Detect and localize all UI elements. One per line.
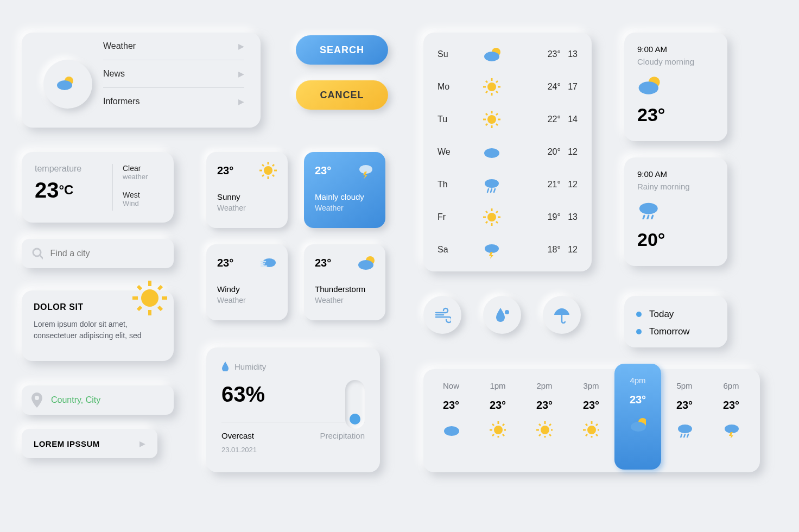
weekly-forecast: Su23° 13Mo24° 17Tu22° 14We20° 12Th21° 12… <box>423 33 592 271</box>
storm-icon <box>723 421 739 438</box>
sun-icon <box>259 162 277 179</box>
hourly-col[interactable]: 6pm23° <box>708 369 754 472</box>
now-card[interactable]: 9:00 AMCloudy morning23° <box>624 33 727 141</box>
hourly-col[interactable]: Now23° <box>428 369 474 472</box>
forecast-row[interactable]: Fr19° 13 <box>423 201 592 233</box>
sun-icon <box>132 281 167 315</box>
forecast-row[interactable]: Mo24° 17 <box>423 71 592 103</box>
menu-item-weather[interactable]: Weather▶ <box>103 33 244 60</box>
wind-icon <box>434 306 451 324</box>
weather-circle-icon <box>43 60 92 109</box>
menu-item-news[interactable]: News▶ <box>103 60 244 88</box>
umbrella-icon <box>553 306 570 324</box>
weather-mini-card[interactable]: 23°Mainly cloudyWeather <box>304 152 385 228</box>
rain-icon <box>676 421 693 438</box>
hourly-col[interactable]: 3pm23° <box>568 369 614 472</box>
cloud-icon <box>483 143 500 161</box>
pin-icon <box>31 392 42 408</box>
search-input[interactable] <box>22 239 174 268</box>
chevron-right-icon: ▶ <box>139 439 145 448</box>
sun-icon <box>583 421 599 438</box>
sun-icon <box>483 111 500 128</box>
temperature-label: temperature <box>35 164 103 174</box>
wind-button[interactable] <box>423 296 461 334</box>
weather-mini-card[interactable]: 23°WindyWeather <box>206 244 288 320</box>
drop-icon <box>221 362 229 371</box>
rain-icon <box>637 199 661 219</box>
lorem-button[interactable]: LOREM IPSSUM ▶ <box>22 429 157 458</box>
chevron-right-icon: ▶ <box>238 69 244 78</box>
dolor-card: DOLOR SIT Lorem ipsum dolor sit amet, co… <box>22 290 174 361</box>
hourly-forecast: Now23°1pm23°2pm23°3pm23°4pm23°5pm23°6pm2… <box>423 369 760 472</box>
menu-item-informers[interactable]: Informers▶ <box>103 88 244 115</box>
temperature-value: 23 <box>35 178 59 202</box>
location-chip[interactable]: Country, City <box>22 385 174 415</box>
day-tabs: TodayTomorrow <box>624 296 727 347</box>
hourly-col[interactable]: 5pm23° <box>661 369 708 472</box>
partly-cloudy-icon <box>56 74 80 94</box>
city-search-field[interactable] <box>50 249 164 258</box>
now-card[interactable]: 9:00 AMRainy morning20° <box>624 157 727 266</box>
dolor-text: Lorem ipsum dolor sit amet, consectetuer… <box>34 319 162 341</box>
weather-mini-card[interactable]: 23°SunnyWeather <box>206 152 288 228</box>
search-icon <box>31 247 43 260</box>
storm-icon <box>483 241 500 258</box>
wind-cloud-icon <box>259 254 277 271</box>
sun-icon <box>483 208 500 226</box>
humidity-value: 63% <box>221 382 365 407</box>
humidity-button[interactable] <box>483 296 521 334</box>
forecast-row[interactable]: Su23° 13 <box>423 38 592 71</box>
chevron-right-icon: ▶ <box>238 42 244 50</box>
umbrella-button[interactable] <box>543 296 581 334</box>
sun-icon <box>536 421 553 438</box>
cancel-button[interactable]: CANCEL <box>296 80 388 110</box>
partly-icon <box>357 254 375 271</box>
hourly-col[interactable]: 2pm23° <box>521 369 568 472</box>
sun-icon <box>483 78 500 96</box>
weather-mini-card[interactable]: 23°ThunderstormWeather <box>304 244 385 320</box>
humidity-slider[interactable] <box>345 380 365 429</box>
cloud-light-icon <box>357 162 375 179</box>
humidity-card: Humidity 63% Overcast Precipitation 23.0… <box>206 347 380 472</box>
chevron-right-icon: ▶ <box>238 97 244 106</box>
location-text: Country, City <box>51 395 100 405</box>
forecast-row[interactable]: Tu22° 14 <box>423 103 592 136</box>
tab-tomorrow[interactable]: Tomorrow <box>636 323 715 340</box>
forecast-row[interactable]: We20° 12 <box>423 136 592 168</box>
partly-icon <box>637 74 661 94</box>
hourly-col[interactable]: 1pm23° <box>474 369 521 472</box>
search-button[interactable]: SEARCH <box>296 35 388 65</box>
drops-icon <box>494 307 510 323</box>
partly-icon <box>630 416 646 432</box>
forecast-row[interactable]: Sa18° 12 <box>423 233 592 266</box>
menu-card: Weather▶News▶Informers▶ <box>22 33 261 128</box>
forecast-row[interactable]: Th21° 12 <box>423 168 592 201</box>
tab-today[interactable]: Today <box>636 306 715 323</box>
cloud-icon <box>443 421 459 438</box>
sun-icon <box>490 421 506 438</box>
temperature-card: temperature 23°C Clear weather West Wind <box>22 152 174 223</box>
partly-icon <box>483 46 500 63</box>
rain-icon <box>483 176 500 193</box>
hourly-col[interactable]: 4pm23° <box>614 364 661 470</box>
